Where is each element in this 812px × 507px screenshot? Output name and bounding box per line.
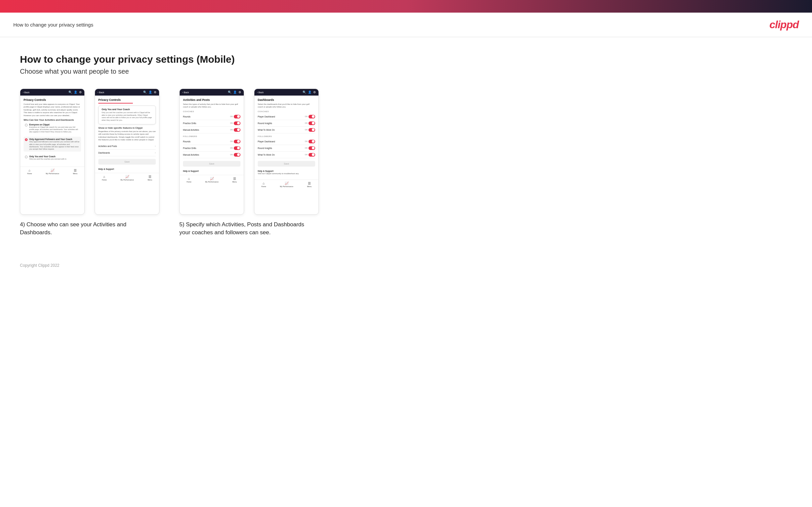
person-icon-2[interactable]: 👤 bbox=[148, 91, 152, 94]
phone2-activities-link[interactable]: Activities and Posts › bbox=[98, 143, 156, 150]
phone2-nav-home[interactable]: ⌂ Home bbox=[102, 175, 107, 181]
phone4-round-insights-coaches: Round Insights ON bbox=[258, 120, 315, 127]
phone2-middle-title: Show or hide specific features in Clippd bbox=[98, 127, 156, 129]
phone4-what-to-work-f-toggle-group: ON bbox=[305, 153, 315, 157]
settings-icon[interactable]: ⚙ bbox=[79, 91, 82, 94]
phone3-rounds-f-label: Rounds bbox=[183, 140, 190, 143]
phone2-nav-performance[interactable]: 📈 My Performance bbox=[120, 175, 134, 181]
home-label-4: Home bbox=[261, 185, 266, 187]
settings-icon-3[interactable]: ⚙ bbox=[239, 91, 241, 94]
search-icon-2[interactable]: 🔍 bbox=[143, 91, 147, 94]
radio-everyone[interactable] bbox=[25, 124, 28, 126]
phone4-player-dash-toggle[interactable] bbox=[309, 115, 315, 118]
phone4-bottom-nav: ⌂ Home 📈 My Performance ☰ Menu bbox=[254, 179, 318, 189]
phone3-drills-label: Practice Drills bbox=[183, 122, 196, 124]
phone4-player-dash-f-toggle[interactable] bbox=[309, 140, 315, 143]
phone4-round-insights-f-toggle[interactable] bbox=[309, 146, 315, 150]
phone2-help-label: Help & Support bbox=[98, 168, 156, 170]
settings-icon-2[interactable]: ⚙ bbox=[154, 91, 156, 94]
home-icon-4: ⌂ bbox=[263, 181, 265, 185]
option-everyone[interactable]: Everyone on Clippd Everyone on Clippd ca… bbox=[23, 122, 81, 134]
menu-label: Menu bbox=[73, 173, 78, 174]
phone3-followers-header: FOLLOWERS bbox=[183, 135, 241, 137]
phone2-tab-label: Privacy Controls bbox=[98, 98, 156, 102]
option-only-you-desc: Only you and the coaches you connect wit… bbox=[29, 158, 80, 160]
phone2-body: Privacy Controls Only You and Your Coach… bbox=[95, 96, 159, 173]
phone4-round-insights-f-label: Round Insights bbox=[258, 147, 272, 149]
phone4-what-to-work-f-toggle[interactable] bbox=[309, 153, 315, 157]
phone4-save-btn[interactable]: Save bbox=[258, 161, 315, 167]
phone2-back[interactable]: ‹ Back bbox=[98, 91, 104, 94]
activities-link-label: Activities and Posts bbox=[98, 145, 117, 147]
settings-icon-4[interactable]: ⚙ bbox=[313, 91, 316, 94]
phone3-rounds-f-toggle[interactable] bbox=[234, 140, 241, 143]
phone1-bottom-nav: ⌂ Home 📈 My Performance ☰ Menu bbox=[20, 167, 84, 176]
phone3-drills-f-toggle-group: ON bbox=[230, 146, 241, 150]
home-icon-2: ⌂ bbox=[103, 175, 105, 178]
phone4-back[interactable]: ‹ Back bbox=[257, 91, 264, 94]
option-only-you-text: Only You and Your Coach Only you and the… bbox=[29, 155, 80, 160]
footer: Copyright Clippd 2022 bbox=[0, 257, 812, 274]
phone2-tab-underline bbox=[98, 103, 133, 104]
right-group: ‹ Back 🔍 👤 ⚙ Activities and Posts Select… bbox=[179, 89, 319, 237]
phone1-nav-menu[interactable]: ☰ Menu bbox=[73, 169, 78, 174]
phone2-dashboards-link[interactable]: Dashboards › bbox=[98, 150, 156, 156]
phone4-nav-home[interactable]: ⌂ Home bbox=[261, 181, 266, 187]
phone4-nav-performance[interactable]: 📈 My Performance bbox=[280, 181, 293, 187]
phone3-manual-followers: Manual Activities ON bbox=[183, 152, 241, 158]
phone2-nav-menu[interactable]: ☰ Menu bbox=[148, 175, 152, 181]
phone4-round-insights-toggle[interactable] bbox=[309, 121, 315, 125]
popup-text: Only you and the coaches you connect wit… bbox=[102, 111, 152, 122]
phone1-back[interactable]: ‹ Back bbox=[23, 91, 30, 94]
phone4-nav-menu[interactable]: ☰ Menu bbox=[307, 181, 312, 187]
performance-label-3: My Performance bbox=[205, 181, 218, 183]
screenshots-container: ‹ Back 🔍 👤 ⚙ Privacy Controls Control ho… bbox=[20, 89, 792, 237]
phone4-player-dash-toggle-group: ON bbox=[305, 115, 315, 118]
phone3-manual-f-toggle[interactable] bbox=[234, 153, 241, 157]
phone-mockup-4: ‹ Back 🔍 👤 ⚙ Dashboards Select the dashb… bbox=[254, 89, 319, 215]
phone3-nav-performance[interactable]: 📈 My Performance bbox=[205, 177, 218, 183]
phone4-player-dashboard-followers: Player Dashboard ON bbox=[258, 138, 315, 145]
phone3-manual-toggle[interactable] bbox=[234, 128, 241, 132]
phone4-round-insights-f-toggle-group: ON bbox=[305, 146, 315, 150]
person-icon-3[interactable]: 👤 bbox=[233, 91, 237, 94]
phone3-back[interactable]: ‹ Back bbox=[182, 91, 189, 94]
phone3-rounds-toggle[interactable] bbox=[234, 115, 241, 118]
option-approved[interactable]: Only Approved Followers and Your Coach O… bbox=[23, 137, 81, 152]
person-icon[interactable]: 👤 bbox=[74, 91, 78, 94]
radio-only-you[interactable] bbox=[25, 156, 28, 158]
phone3-drills-f-label: Practice Drills bbox=[183, 147, 196, 149]
search-icon-3[interactable]: 🔍 bbox=[228, 91, 232, 94]
phone4-player-dash-label: Player Dashboard bbox=[258, 115, 275, 118]
phone4-nav-icons: 🔍 👤 ⚙ bbox=[303, 91, 316, 94]
phone3-rounds-f-toggle-group: ON bbox=[230, 140, 241, 143]
option-only-you[interactable]: Only You and Your Coach Only you and the… bbox=[23, 154, 81, 162]
menu-label-2: Menu bbox=[148, 179, 152, 181]
phone3-drills-toggle[interactable] bbox=[234, 121, 241, 125]
phone1-nav-performance[interactable]: 📈 My Performance bbox=[46, 169, 59, 174]
performance-label: My Performance bbox=[46, 173, 59, 174]
phone2-save-btn[interactable]: Save bbox=[98, 159, 156, 165]
phone3-manual-coaches: Manual Activities ON bbox=[183, 127, 241, 133]
radio-approved[interactable] bbox=[25, 138, 28, 141]
phone3-rounds-toggle-group: ON bbox=[230, 115, 241, 118]
left-group: ‹ Back 🔍 👤 ⚙ Privacy Controls Control ho… bbox=[20, 89, 159, 237]
phone4-what-to-work-toggle[interactable] bbox=[309, 128, 315, 132]
phone1-nav-home[interactable]: ⌂ Home bbox=[27, 169, 32, 174]
person-icon-4[interactable]: 👤 bbox=[308, 91, 311, 94]
phone4-player-dash-f-toggle-group: ON bbox=[305, 140, 315, 143]
phone3-section-title: Activities and Posts bbox=[183, 98, 241, 102]
search-icon[interactable]: 🔍 bbox=[68, 91, 72, 94]
phone3-rounds-label: Rounds bbox=[183, 115, 190, 118]
phone3-nav-menu[interactable]: ☰ Menu bbox=[233, 177, 237, 183]
phone3-save-btn[interactable]: Save bbox=[183, 161, 241, 167]
home-label-2: Home bbox=[102, 179, 107, 181]
option-approved-text: Only Approved Followers and Your Coach O… bbox=[29, 138, 80, 150]
phone4-what-to-work-coaches: What To Work On ON bbox=[258, 127, 315, 133]
phone4-what-to-work-toggle-group: ON bbox=[305, 128, 315, 132]
phone3-drills-f-toggle[interactable] bbox=[234, 146, 241, 150]
phone3-nav-home[interactable]: ⌂ Home bbox=[187, 177, 192, 183]
search-icon-4[interactable]: 🔍 bbox=[303, 91, 306, 94]
phone3-coaches-header: COACHES bbox=[183, 111, 241, 112]
menu-label-3: Menu bbox=[233, 181, 237, 183]
